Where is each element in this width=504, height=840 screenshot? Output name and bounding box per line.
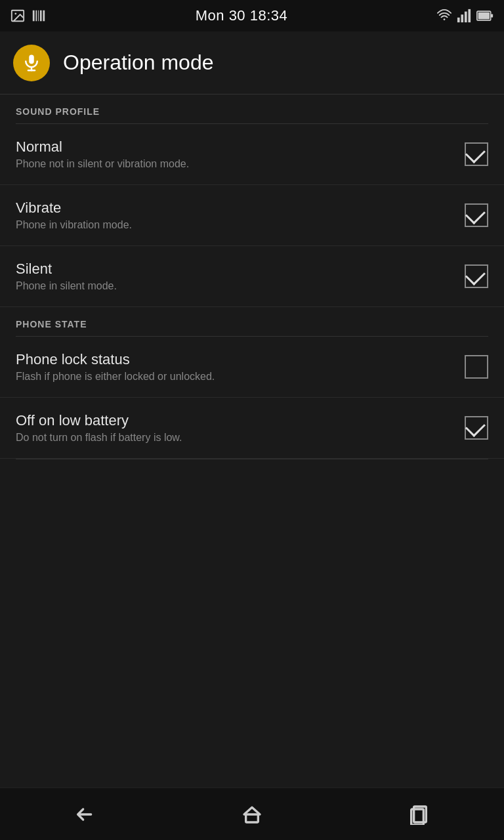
status-bar-time: Mon 30 18:34 bbox=[196, 7, 288, 24]
setting-text-silent: Silent Phone in silent mode. bbox=[16, 261, 465, 292]
checkbox-phone-lock[interactable] bbox=[465, 355, 488, 379]
setting-desc-low-battery: Do not turn on flash if battery is low. bbox=[16, 432, 465, 444]
svg-point-7 bbox=[444, 18, 446, 20]
setting-desc-silent: Phone in silent mode. bbox=[16, 280, 465, 292]
wifi-icon bbox=[437, 9, 452, 23]
setting-item-vibrate[interactable]: Vibrate Phone in vibration mode. bbox=[0, 185, 504, 246]
checkbox-silent[interactable] bbox=[465, 264, 488, 288]
svg-rect-13 bbox=[478, 12, 490, 19]
svg-rect-8 bbox=[457, 18, 460, 22]
section-divider-bottom bbox=[16, 459, 488, 459]
setting-text-low-battery: Off on low battery Do not turn on flash … bbox=[16, 412, 465, 444]
home-icon bbox=[242, 804, 262, 825]
setting-title-phone-lock: Phone lock status bbox=[16, 351, 465, 368]
back-icon bbox=[74, 804, 94, 825]
signal-icon bbox=[457, 9, 471, 23]
svg-rect-9 bbox=[461, 14, 463, 22]
setting-item-phone-lock[interactable]: Phone lock status Flash if phone is eith… bbox=[0, 337, 504, 398]
svg-rect-3 bbox=[35, 10, 37, 22]
setting-item-low-battery[interactable]: Off on low battery Do not turn on flash … bbox=[0, 398, 504, 459]
checkbox-vibrate[interactable] bbox=[465, 203, 488, 227]
checkbox-low-battery[interactable] bbox=[465, 416, 488, 440]
battery-icon bbox=[476, 9, 494, 23]
svg-rect-4 bbox=[38, 10, 39, 22]
setting-text-vibrate: Vibrate Phone in vibration mode. bbox=[16, 200, 465, 231]
setting-item-silent[interactable]: Silent Phone in silent mode. bbox=[0, 246, 504, 307]
app-header: Operation mode bbox=[0, 32, 504, 94]
app-icon bbox=[13, 45, 50, 81]
svg-rect-15 bbox=[29, 54, 34, 64]
svg-rect-14 bbox=[491, 14, 493, 17]
setting-item-normal[interactable]: Normal Phone not in silent or vibration … bbox=[0, 124, 504, 185]
checkbox-normal[interactable] bbox=[465, 142, 488, 166]
svg-point-1 bbox=[14, 12, 16, 14]
setting-desc-normal: Phone not in silent or vibration mode. bbox=[16, 158, 465, 170]
svg-rect-10 bbox=[465, 12, 467, 23]
setting-text-normal: Normal Phone not in silent or vibration … bbox=[16, 138, 465, 170]
section-header-sound-profile: SOUND PROFILE bbox=[0, 94, 504, 123]
section-header-phone-state: PHONE STATE bbox=[0, 307, 504, 336]
recents-button[interactable] bbox=[400, 795, 440, 834]
setting-title-normal: Normal bbox=[16, 138, 465, 156]
svg-rect-11 bbox=[468, 9, 471, 22]
svg-rect-6 bbox=[43, 10, 45, 22]
nav-bar bbox=[0, 788, 504, 840]
barcode-icon bbox=[32, 9, 46, 23]
status-bar: Mon 30 18:34 bbox=[0, 0, 504, 32]
home-button[interactable] bbox=[232, 795, 272, 834]
content: SOUND PROFILE Normal Phone not in silent… bbox=[0, 94, 504, 788]
svg-rect-5 bbox=[40, 10, 42, 22]
image-icon bbox=[10, 9, 25, 23]
svg-rect-18 bbox=[246, 814, 259, 822]
setting-title-silent: Silent bbox=[16, 261, 465, 278]
recents-icon bbox=[410, 804, 430, 825]
microphone-icon bbox=[22, 53, 41, 73]
svg-rect-2 bbox=[33, 10, 35, 22]
back-button[interactable] bbox=[64, 795, 104, 834]
status-bar-right bbox=[437, 9, 494, 23]
app-title: Operation mode bbox=[63, 51, 213, 75]
setting-desc-phone-lock: Flash if phone is either locked or unloc… bbox=[16, 371, 465, 383]
setting-text-phone-lock: Phone lock status Flash if phone is eith… bbox=[16, 351, 465, 383]
setting-title-low-battery: Off on low battery bbox=[16, 412, 465, 429]
status-bar-left bbox=[10, 9, 46, 23]
setting-title-vibrate: Vibrate bbox=[16, 200, 465, 217]
setting-desc-vibrate: Phone in vibration mode. bbox=[16, 219, 465, 231]
